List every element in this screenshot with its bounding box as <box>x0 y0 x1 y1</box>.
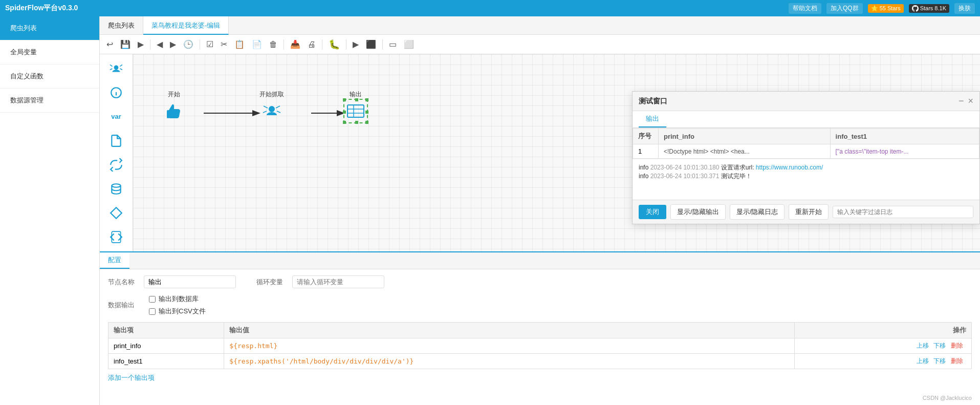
table-row: print_info ${resp.html} 上移 下移 删除 <box>108 338 972 354</box>
var-icon-item[interactable]: var <box>105 106 127 126</box>
layout-btn[interactable]: ⬜ <box>401 38 417 51</box>
checkbox-db-input[interactable] <box>149 296 156 303</box>
log1-url: https://www.runoob.com/ <box>756 164 823 171</box>
theme-btn[interactable]: 换肤 <box>954 3 975 14</box>
code-icon-item[interactable] <box>105 227 127 247</box>
test-toggle-log-btn[interactable]: 显示/隐藏日志 <box>730 204 785 220</box>
row2-up-btn[interactable]: 上移 <box>917 357 929 365</box>
checkbox-csv: 输出到CSV文件 <box>149 307 206 316</box>
node-name-label: 节点名称 <box>108 278 139 287</box>
history-btn[interactable]: 🕒 <box>181 38 196 51</box>
test-toggle-output-btn[interactable]: 显示/隐藏输出 <box>670 204 726 220</box>
top-bar: SpiderFlow平台v0.3.0 帮助文档 加入QQ群 ⭐ 55 Stars… <box>0 0 980 16</box>
test-close-btn[interactable]: × <box>968 96 973 106</box>
stop-btn[interactable]: ⬛ <box>363 38 379 51</box>
log2-text: 测试完毕！ <box>721 173 752 180</box>
test-close-action-btn[interactable]: 关闭 <box>639 205 666 219</box>
row1-del-btn[interactable]: 删除 <box>951 342 963 349</box>
svg-marker-9 <box>111 207 122 219</box>
stars-badge: ⭐ 55 Stars <box>868 4 904 13</box>
row1-val: ${resp.html} <box>224 338 795 354</box>
spider-icon-item[interactable] <box>105 58 127 78</box>
config-row-name: 节点名称 循环变量 <box>108 275 972 288</box>
sidebar-item-custom-func[interactable]: 自定义函数 <box>0 65 99 89</box>
svg-point-14 <box>269 106 275 112</box>
svg-rect-10 <box>112 232 120 243</box>
test-window-footer: 关闭 显示/隐藏输出 显示/隐藏日志 重新开始 <box>633 200 979 224</box>
app-title: SpiderFlow平台v0.3.0 <box>5 4 78 13</box>
node-name-input[interactable] <box>144 275 236 288</box>
loop-var-input[interactable] <box>292 275 384 288</box>
checkbox-csv-input[interactable] <box>149 308 156 315</box>
back-btn[interactable]: ◀ <box>154 38 165 51</box>
output-node-label: 输出 <box>350 90 362 99</box>
row2-del-btn[interactable]: 删除 <box>951 357 963 365</box>
fit-btn[interactable]: ▭ <box>386 38 399 51</box>
start-node[interactable]: 开始 <box>164 90 184 121</box>
test-col-seq: 序号 <box>633 129 659 144</box>
tab-crawler-list[interactable]: 爬虫列表 <box>100 16 143 35</box>
play-btn[interactable]: ▶ <box>350 38 361 51</box>
file-icon-item[interactable] <box>105 131 127 151</box>
row1-key: print_info <box>108 338 224 354</box>
undo-btn[interactable]: ↩ <box>104 38 116 51</box>
qq-btn[interactable]: 加入QQ群 <box>826 3 863 14</box>
output-node[interactable]: 输出 <box>345 90 366 121</box>
info-icon-item[interactable] <box>105 82 127 102</box>
toolbar: ↩ 💾 ▶ ◀ ▶ 🕒 ☑ ✂ 📋 📄 🗑 📥 🖨 🐛 ▶ ⬛ ▭ ⬜ <box>100 35 980 54</box>
sep6 <box>382 39 383 50</box>
copy-btn[interactable]: 📋 <box>232 38 247 51</box>
paste-btn[interactable]: 📄 <box>249 38 265 51</box>
row1-up-btn[interactable]: 上移 <box>917 342 929 349</box>
col-key: 输出项 <box>108 323 224 338</box>
test-restart-btn[interactable]: 重新开始 <box>789 204 829 220</box>
test-row1-print-info: <!Doctype html> <html> <hea... <box>659 144 831 159</box>
help-btn[interactable]: 帮助文档 <box>789 3 821 14</box>
svg-line-18 <box>277 111 280 113</box>
svg-line-3 <box>110 69 112 70</box>
sidebar-item-crawler-list[interactable]: 爬虫列表 <box>0 16 99 40</box>
tab-editor[interactable]: 菜鸟教程是我老婆-编辑 <box>143 16 229 35</box>
crawl-node-icon <box>262 101 282 121</box>
loop-var-label: 循环变量 <box>256 278 287 287</box>
log-row-1: info 2023-06-24 10:01:30.180 设置请求url: ht… <box>639 163 973 172</box>
row2-actions: 上移 下移 删除 <box>795 354 972 369</box>
log1-time: 2023-06-24 10:01:30.180 <box>650 164 720 171</box>
sql-icon-item[interactable] <box>105 179 127 199</box>
diamond-icon-item[interactable] <box>105 203 127 223</box>
svg-line-2 <box>120 65 122 66</box>
loop-icon-item[interactable] <box>105 155 127 175</box>
config-row-output: 数据输出 输出到数据库 输出到CSV文件 <box>108 294 972 316</box>
content-area: 爬虫列表 菜鸟教程是我老婆-编辑 ↩ 💾 ▶ ◀ ▶ 🕒 ☑ ✂ 📋 📄 🗑 📥… <box>100 16 980 405</box>
sidebar-item-global-vars[interactable]: 全局变量 <box>0 40 99 65</box>
test-result-row: 1 <!Doctype html> <html> <hea... ["a cla… <box>633 144 979 159</box>
icon-panel: var <box>100 54 133 251</box>
select-btn[interactable]: ☑ <box>204 38 216 51</box>
col-val: 输出值 <box>224 323 795 338</box>
row1-down-btn[interactable]: 下移 <box>933 342 946 349</box>
run-btn[interactable]: ▶ <box>135 38 146 51</box>
test-window: 测试窗口 − × 输出 序号 <box>632 91 980 224</box>
config-content: 节点名称 循环变量 数据输出 输出到数据库 <box>100 269 980 389</box>
forward-btn[interactable]: ▶ <box>167 38 179 51</box>
sidebar-item-datasource[interactable]: 数据源管理 <box>0 89 99 113</box>
import-btn[interactable]: 📥 <box>288 38 303 51</box>
debug-btn[interactable]: 🐛 <box>326 37 342 52</box>
delete-btn[interactable]: 🗑 <box>267 38 280 51</box>
log-row-2: info 2023-06-24 10:01:30.371 测试完毕！ <box>639 172 973 181</box>
test-col-info-test1: info_test1 <box>830 129 979 144</box>
add-output-btn[interactable]: 添加一个输出项 <box>108 373 155 382</box>
row2-down-btn[interactable]: 下移 <box>933 357 946 365</box>
test-filter-input[interactable] <box>833 206 973 218</box>
test-tab-output[interactable]: 输出 <box>639 111 666 127</box>
data-output-label: 数据输出 <box>108 301 139 310</box>
config-tab-settings[interactable]: 配置 <box>100 252 129 269</box>
start-node-label: 开始 <box>168 90 180 99</box>
crawl-node[interactable]: 开始抓取 <box>259 90 284 121</box>
test-minimize-btn[interactable]: − <box>959 96 964 106</box>
save-btn[interactable]: 💾 <box>118 38 133 51</box>
print-btn[interactable]: 🖨 <box>305 38 318 51</box>
cut-btn[interactable]: ✂ <box>218 38 230 51</box>
test-result-table: 序号 print_info info_test1 1 <!Doctype htm… <box>633 128 979 159</box>
svg-line-17 <box>263 111 267 113</box>
